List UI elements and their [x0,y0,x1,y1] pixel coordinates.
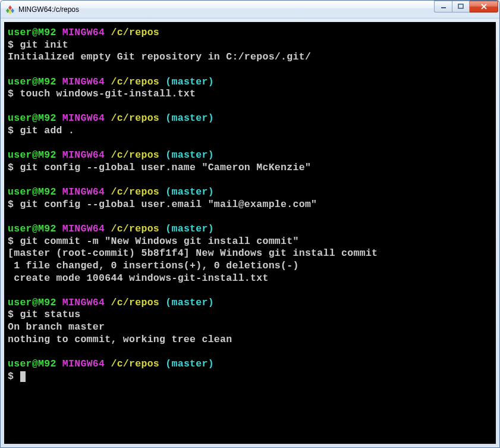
window-controls [434,1,498,18]
prompt-path: /c/repos [111,27,159,38]
prompt-user: user@M92 [8,223,56,234]
output-line: 1 file changed, 0 insertions(+), 0 delet… [8,260,492,272]
terminal-window: MINGW64:/c/repos user@M92 MINGW64 /c/rep [0,0,500,448]
blank-line [8,174,492,187]
command-text: git commit -m "New Windows git install c… [20,236,298,247]
blank-line [8,346,492,358]
prompt-line: user@M92 MINGW64 /c/repos [8,27,492,39]
prompt-path: /c/repos [111,186,159,198]
prompt-path: /c/repos [111,149,159,161]
prompt-symbol: $ [8,125,20,136]
command-line: $ git init [8,39,492,52]
prompt-branch: (master) [165,112,214,124]
prompt-user: user@M92 [8,297,56,308]
command-text: git config --global user.name "Cameron M… [20,162,311,173]
command-line: $ touch windows-git-install.txt [8,88,492,101]
prompt-path: /c/repos [111,223,159,234]
prompt-symbol: $ [8,236,20,247]
prompt-path: /c/repos [111,358,159,369]
close-icon [480,4,488,10]
window-title: MINGW64:/c/repos [18,5,434,14]
prompt-user: user@M92 [8,358,56,369]
prompt-path: /c/repos [111,297,159,308]
prompt-host: MINGW64 [62,27,105,38]
prompt-symbol: $ [8,199,20,210]
blank-line [8,137,492,150]
prompt-host: MINGW64 [62,186,105,198]
blank-line [8,211,492,223]
command-text: git status [20,309,80,320]
prompt-branch: (master) [165,358,214,369]
output-line: nothing to commit, working tree clean [8,334,492,346]
svg-rect-5 [458,4,463,8]
titlebar[interactable]: MINGW64:/c/repos [1,1,499,18]
terminal-area[interactable]: user@M92 MINGW64 /c/repos$ git initIniti… [4,22,496,444]
prompt-user: user@M92 [8,27,56,38]
command-text: touch windows-git-install.txt [20,88,196,99]
command-text: git config --global user.email "mail@exa… [20,199,317,210]
prompt-path: /c/repos [111,112,159,124]
prompt-branch: (master) [165,149,214,161]
prompt-branch: (master) [165,223,214,234]
command-line: $ [8,371,492,383]
prompt-host: MINGW64 [62,223,105,234]
prompt-line: user@M92 MINGW64 /c/repos (master) [8,186,492,199]
cursor [20,371,26,382]
terminal-frame: user@M92 MINGW64 /c/repos$ git initIniti… [1,18,499,447]
prompt-line: user@M92 MINGW64 /c/repos (master) [8,149,492,162]
prompt-line: user@M92 MINGW64 /c/repos (master) [8,112,492,125]
prompt-line: user@M92 MINGW64 /c/repos (master) [8,297,492,309]
output-line: Initialized empty Git repository in C:/r… [8,51,492,64]
command-line: $ git config --global user.email "mail@e… [8,199,492,211]
prompt-line: user@M92 MINGW64 /c/repos (master) [8,223,492,236]
prompt-host: MINGW64 [62,358,105,369]
svg-rect-4 [441,7,446,8]
prompt-symbol: $ [8,162,20,173]
output-line: [master (root-commit) 5b8f1f4] New Windo… [8,248,492,260]
maximize-icon [458,4,464,10]
command-line: $ git commit -m "New Windows git install… [8,236,492,248]
prompt-user: user@M92 [8,112,56,124]
prompt-branch: (master) [165,76,214,87]
prompt-branch: (master) [165,186,214,198]
output-line: create mode 100644 windows-git-install.t… [8,272,492,285]
command-text: git add . [20,125,74,136]
prompt-line: user@M92 MINGW64 /c/repos (master) [8,358,492,371]
command-line: $ git config --global user.name "Cameron… [8,162,492,174]
prompt-host: MINGW64 [62,76,105,87]
minimize-button[interactable] [434,1,452,12]
prompt-user: user@M92 [8,149,56,161]
prompt-symbol: $ [8,88,20,99]
blank-line [8,64,492,76]
prompt-branch: (master) [165,297,214,308]
maximize-button[interactable] [452,1,470,12]
command-line: $ git status [8,309,492,321]
svg-marker-0 [8,5,12,10]
minimize-icon [441,4,446,10]
prompt-symbol: $ [8,371,20,382]
blank-line [8,284,492,297]
prompt-host: MINGW64 [62,112,105,124]
prompt-host: MINGW64 [62,149,105,161]
prompt-user: user@M92 [8,186,56,198]
app-icon [5,5,15,14]
prompt-host: MINGW64 [62,297,105,308]
output-line: On branch master [8,321,492,334]
prompt-line: user@M92 MINGW64 /c/repos (master) [8,76,492,89]
prompt-path: /c/repos [111,76,159,87]
prompt-symbol: $ [8,39,20,51]
command-line: $ git add . [8,125,492,137]
prompt-symbol: $ [8,309,20,320]
prompt-user: user@M92 [8,76,56,87]
command-text: git init [20,39,68,51]
blank-line [8,101,492,113]
close-button[interactable] [470,1,498,12]
